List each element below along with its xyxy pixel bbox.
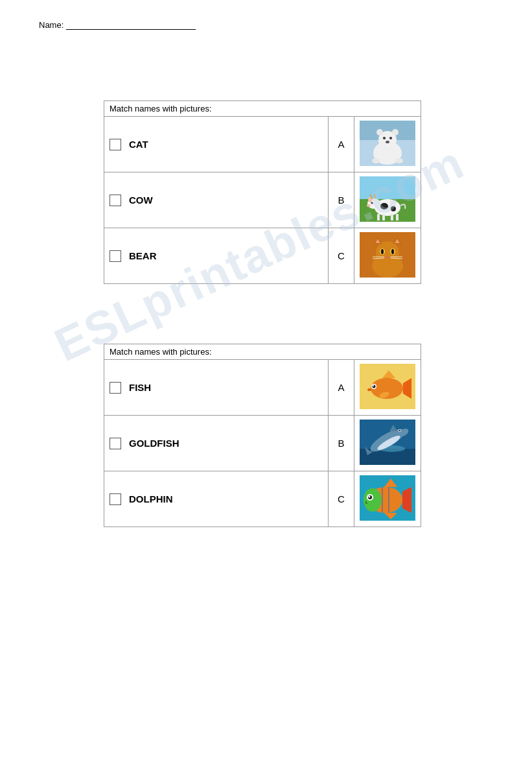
- letter-a-1: A: [329, 117, 354, 172]
- table-row: GOLDFISH B: [104, 416, 421, 471]
- svg-point-5: [392, 129, 399, 136]
- svg-point-71: [369, 496, 371, 498]
- animal-label-fish: FISH: [129, 382, 151, 393]
- polar-bear-image: [360, 121, 415, 166]
- svg-rect-22: [377, 214, 380, 220]
- word-cell-2: COW: [104, 172, 329, 228]
- checkbox-cow[interactable]: [110, 195, 121, 206]
- word-cell-1: CAT: [104, 117, 329, 172]
- svg-point-65: [364, 488, 382, 512]
- svg-point-20: [371, 202, 373, 204]
- checkbox-bear[interactable]: [110, 250, 121, 262]
- animal-label-bear: BEAR: [129, 250, 157, 261]
- checkbox-fish[interactable]: [110, 382, 121, 394]
- checkbox-cat[interactable]: [110, 139, 121, 150]
- letter-c-2: C: [329, 471, 354, 527]
- cat-image: [360, 232, 415, 278]
- letter-a-2: A: [329, 360, 354, 416]
- svg-point-9: [372, 158, 380, 163]
- svg-point-28: [376, 241, 399, 265]
- image-cell-cat: [354, 228, 421, 284]
- tropical-fish-image: [360, 475, 415, 521]
- table-row: DOLPHIN C: [104, 471, 421, 527]
- svg-point-6: [383, 137, 386, 139]
- letter-c-1: C: [329, 228, 354, 284]
- svg-point-47: [373, 385, 376, 388]
- table-row: BEAR C: [104, 228, 421, 284]
- image-cell-cow: [354, 172, 421, 228]
- section-2: Match names with pictures: FISH A: [104, 344, 421, 527]
- header-label-2: Match names with pictures:: [104, 344, 421, 360]
- svg-rect-25: [396, 214, 399, 220]
- match-table-1: Match names with pictures: CAT A: [104, 101, 421, 284]
- section-1: Match names with pictures: CAT A: [104, 101, 421, 284]
- letter-b-2: B: [329, 416, 354, 471]
- svg-point-8: [386, 141, 389, 143]
- table-header-1: Match names with pictures:: [104, 101, 421, 117]
- table-row: CAT A: [104, 117, 421, 172]
- svg-point-48: [373, 385, 374, 386]
- animal-label-cow: COW: [129, 195, 153, 206]
- word-cell-3: BEAR: [104, 228, 329, 284]
- image-cell-dolphin: [354, 416, 421, 471]
- goldfish-image: [360, 364, 415, 409]
- word-cell-5: GOLDFISH: [104, 416, 329, 471]
- animal-label-goldfish: GOLDFISH: [129, 438, 179, 449]
- image-cell-tropical-fish: [354, 471, 421, 527]
- svg-point-7: [389, 137, 392, 139]
- svg-point-21: [367, 204, 371, 207]
- table-row: COW B: [104, 172, 421, 228]
- word-cell-4: FISH: [104, 360, 329, 416]
- svg-point-4: [376, 129, 383, 136]
- word-cell-6: DOLPHIN: [104, 471, 329, 527]
- name-underline: [66, 19, 196, 30]
- table-header-2: Match names with pictures:: [104, 344, 421, 360]
- animal-label-dolphin: DOLPHIN: [129, 493, 173, 504]
- svg-rect-24: [391, 214, 393, 220]
- cow-image: [360, 176, 415, 222]
- svg-point-15: [391, 206, 396, 211]
- svg-rect-23: [382, 214, 385, 220]
- image-cell-goldfish: [354, 360, 421, 416]
- name-field: Name:: [39, 19, 196, 30]
- animal-label-cat: CAT: [129, 139, 148, 150]
- image-cell-polar-bear: [354, 117, 421, 172]
- svg-point-14: [380, 203, 388, 209]
- letter-b-1: B: [329, 172, 354, 228]
- svg-point-35: [381, 249, 384, 254]
- svg-point-36: [391, 249, 394, 254]
- svg-rect-11: [360, 176, 415, 199]
- checkbox-goldfish[interactable]: [110, 438, 121, 449]
- svg-point-60: [399, 430, 400, 431]
- svg-marker-66: [402, 487, 411, 513]
- name-label: Name:: [39, 20, 64, 30]
- table-row: FISH A: [104, 360, 421, 416]
- checkbox-dolphin[interactable]: [110, 493, 121, 505]
- header-label-1: Match names with pictures:: [104, 101, 421, 117]
- match-table-2: Match names with pictures: FISH A: [104, 344, 421, 527]
- dolphin-image: [360, 420, 415, 465]
- svg-point-10: [395, 158, 403, 163]
